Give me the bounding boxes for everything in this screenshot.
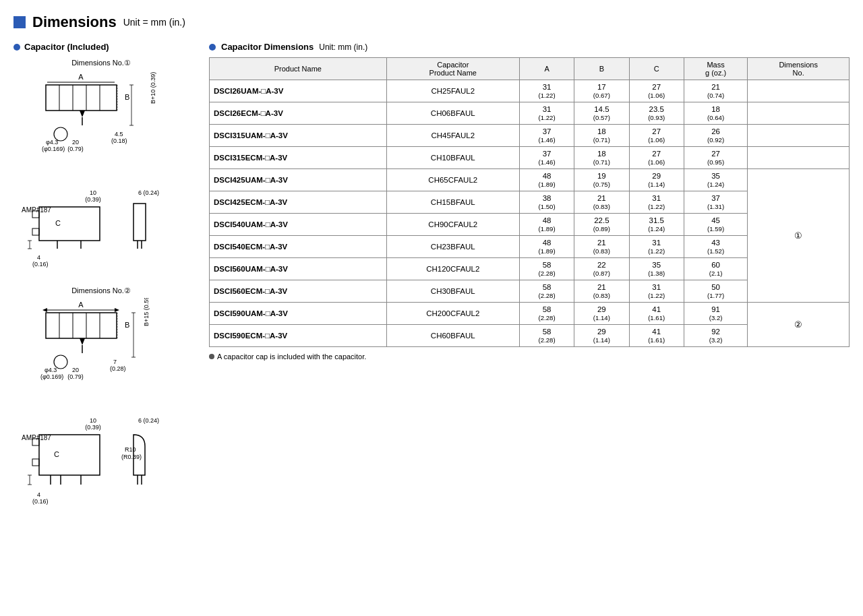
cell-mass: 60(2.1) [684, 258, 747, 280]
cell-product-name: DSCI425UAM-□A-3V [210, 169, 387, 191]
cell-dim-no [748, 102, 850, 125]
cell-b: 18(0.71) [574, 125, 629, 147]
cell-b: 21(0.83) [574, 236, 629, 258]
cell-mass: 35(1.24) [684, 169, 747, 191]
cell-cap-product: CH30BFAUL [386, 280, 519, 303]
table-row: DSCI26ECM-□A-3VCH06BFAUL31(1.22)14.5(0.5… [210, 102, 850, 125]
cell-dim-no [748, 125, 850, 147]
svg-text:(0.79): (0.79) [67, 146, 84, 152]
svg-text:(0.79): (0.79) [67, 373, 84, 380]
table-row: DSCI425UAM-□A-3VCH65CFAUL248(1.89)19(0.7… [210, 169, 850, 191]
cell-c: 41(1.61) [629, 303, 684, 325]
cell-product-name: DSCI425ECM-□A-3V [210, 191, 387, 214]
left-section-title: Capacitor (Included) [24, 42, 109, 52]
cell-cap-product: CH10BFAUL [386, 147, 519, 169]
table-row: DSCI590UAM-□A-3VCH200CFAUL258(2.28)29(1.… [210, 303, 850, 325]
left-panel: Capacitor (Included) Dimensions No.① A B [13, 42, 189, 524]
page-title-section: Dimensions Unit = mm (in.) [13, 13, 850, 31]
main-content: Capacitor (Included) Dimensions No.① A B [13, 42, 850, 524]
cell-b: 17(0.67) [574, 80, 629, 102]
svg-marker-43 [115, 308, 119, 312]
diagram-1-container: Dimensions No.① A B [13, 59, 189, 175]
cell-b: 19(0.75) [574, 169, 629, 191]
cell-product-name: DSCI590ECM-□A-3V [210, 325, 387, 347]
cell-a: 38(1.50) [519, 191, 574, 214]
svg-text:B: B [125, 93, 129, 101]
diagram-2-svg: A B φ4.3 (φ0.169) [20, 298, 182, 402]
cell-a: 37(1.46) [519, 125, 574, 147]
svg-text:(φ0.169): (φ0.169) [42, 146, 65, 152]
cell-c: 35(1.38) [629, 258, 684, 280]
cell-b: 21(0.83) [574, 280, 629, 303]
cell-dim-no: ② [748, 303, 850, 347]
cell-mass: 92(3.2) [684, 325, 747, 347]
cell-c: 23.5(0.93) [629, 102, 684, 125]
bullet-icon [13, 44, 20, 51]
right-section-title: Capacitor Dimensions [221, 42, 314, 52]
dimensions-table: Product Name CapacitorProduct Name A B C… [209, 57, 850, 347]
cell-cap-product: CH90CFAUL2 [386, 214, 519, 236]
svg-text:6 (0.24): 6 (0.24) [138, 417, 159, 424]
cell-b: 22.5(0.89) [574, 214, 629, 236]
cell-a: 58(2.28) [519, 258, 574, 280]
cell-mass: 26(0.92) [684, 125, 747, 147]
cell-mass: 37(1.31) [684, 191, 747, 214]
svg-text:A: A [78, 73, 84, 81]
svg-rect-70 [32, 459, 39, 466]
col-header-cap-product: CapacitorProduct Name [386, 58, 519, 80]
cell-product-name: DSCI560UAM-□A-3V [210, 258, 387, 280]
cell-mass: 45(1.59) [684, 214, 747, 236]
page-unit: Unit = mm (in.) [123, 17, 185, 28]
col-header-dimno: DimensionsNo. [748, 58, 850, 80]
cell-product-name: DSCI590UAM-□A-3V [210, 303, 387, 325]
cell-cap-product: CH120CFAUL2 [386, 258, 519, 280]
svg-text:7: 7 [113, 359, 117, 365]
cell-a: 31(1.22) [519, 80, 574, 102]
diagram-2-container: A B φ4.3 (φ0.169) [13, 298, 189, 402]
cell-c: 31.5(1.24) [629, 214, 684, 236]
diagram-1-svg: A B φ4.3 (φ0. [20, 70, 182, 175]
svg-text:(0.28): (0.28) [110, 365, 126, 372]
diagram-2b-svg: AMP#187 10 (0.39) 6 (0.24) C [20, 414, 182, 512]
svg-text:(0.39): (0.39) [85, 196, 101, 203]
svg-text:10: 10 [90, 189, 96, 196]
cell-c: 31(1.22) [629, 191, 684, 214]
col-header-a: A [519, 58, 574, 80]
cell-mass: 18(0.64) [684, 102, 747, 125]
cell-b: 29(1.14) [574, 303, 629, 325]
cell-product-name: DSCI315UAM-□A-3V [210, 125, 387, 147]
table-row: DSCI315ECM-□A-3VCH10BFAUL37(1.46)18(0.71… [210, 147, 850, 169]
cell-cap-product: CH65CFAUL2 [386, 169, 519, 191]
svg-text:6 (0.24): 6 (0.24) [138, 189, 159, 196]
svg-text:(0.18): (0.18) [111, 137, 127, 144]
svg-text:C: C [55, 219, 61, 227]
cell-cap-product: CH23BFAUL [386, 236, 519, 258]
cell-cap-product: CH200CFAUL2 [386, 303, 519, 325]
col-header-b: B [574, 58, 629, 80]
svg-rect-28 [32, 228, 39, 235]
svg-text:4.5: 4.5 [115, 131, 123, 137]
svg-text:20: 20 [72, 139, 79, 146]
svg-text:(0.16): (0.16) [32, 261, 49, 268]
svg-text:C: C [54, 450, 59, 458]
cell-cap-product: CH25FAUL2 [386, 80, 519, 102]
svg-text:B+10 (0.39): B+10 (0.39) [150, 72, 156, 104]
cell-c: 27(1.06) [629, 80, 684, 102]
cell-cap-product: CH45FAUL2 [386, 125, 519, 147]
col-header-product-name: Product Name [210, 58, 387, 80]
cell-c: 29(1.14) [629, 169, 684, 191]
cell-b: 22(0.87) [574, 258, 629, 280]
cell-a: 58(2.28) [519, 303, 574, 325]
cell-a: 31(1.22) [519, 102, 574, 125]
svg-marker-51 [80, 338, 85, 345]
cell-cap-product: CH60BFAUL [386, 325, 519, 347]
table-row: DSCI26UAM-□A-3VCH25FAUL231(1.22)17(0.67)… [210, 80, 850, 102]
cell-c: 27(1.06) [629, 147, 684, 169]
right-section-unit: Unit: mm (in.) [319, 42, 367, 52]
cell-mass: 43(1.52) [684, 236, 747, 258]
cell-b: 21(0.83) [574, 191, 629, 214]
svg-rect-32 [133, 204, 146, 241]
cell-product-name: DSCI26ECM-□A-3V [210, 102, 387, 125]
page-title: Dimensions [32, 13, 117, 31]
diagram-1b-svg: AMP#187 10 (0.39) 6 (0.24) C [20, 187, 182, 274]
